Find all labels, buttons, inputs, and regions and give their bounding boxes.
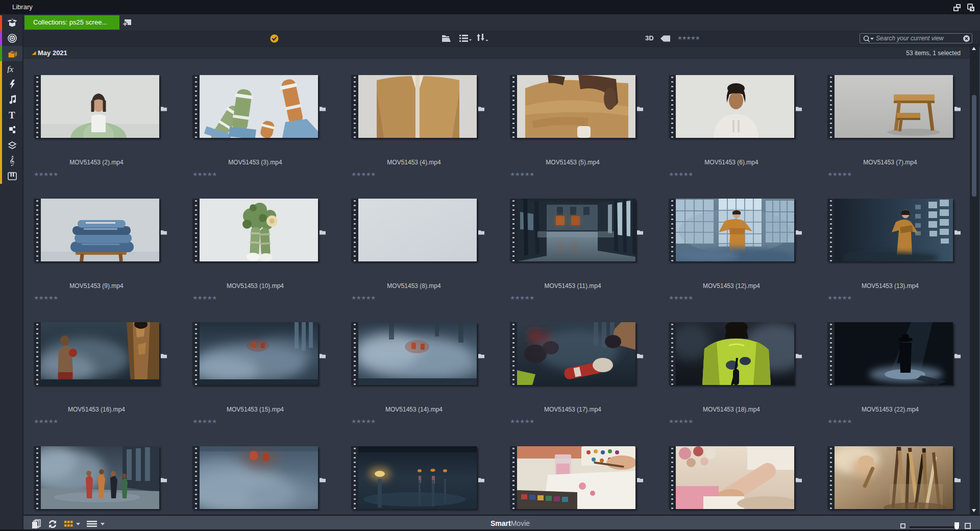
svg-text:𝄞: 𝄞 — [9, 156, 15, 166]
svg-text:fx: fx — [7, 65, 14, 73]
svg-text:T: T — [9, 111, 15, 119]
